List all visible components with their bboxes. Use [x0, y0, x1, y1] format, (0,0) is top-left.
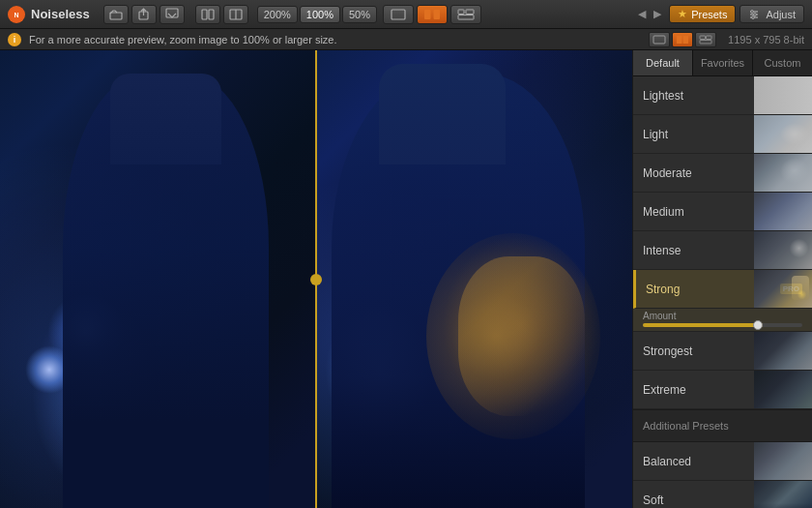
zoom-50-button[interactable]: 50%: [342, 6, 377, 23]
svg-rect-23: [683, 36, 689, 44]
view-controls: [649, 32, 716, 47]
presets-panel-button[interactable]: ★ Presets: [669, 5, 736, 23]
view-ctl-1[interactable]: [649, 32, 670, 47]
amount-slider-fill: [643, 323, 763, 327]
preset-moderate-label: Moderate: [643, 166, 802, 180]
split-button[interactable]: [223, 5, 248, 24]
svg-point-19: [754, 13, 757, 15]
zoom-200-button[interactable]: 200%: [257, 6, 298, 23]
svg-rect-9: [392, 10, 405, 19]
preset-lightest-label: Lightest: [643, 89, 802, 103]
svg-text:N: N: [14, 12, 18, 18]
preset-strong[interactable]: Strong PRO: [633, 270, 812, 309]
preset-lightest[interactable]: Lightest: [633, 76, 812, 115]
tab-favorites[interactable]: Favorites: [693, 50, 753, 75]
nav-back[interactable]: ◀: [638, 8, 646, 20]
zoom-100-button[interactable]: 100%: [300, 6, 340, 23]
app-title: Noiseless: [31, 7, 90, 21]
svg-rect-10: [424, 10, 431, 19]
svg-rect-21: [653, 36, 665, 44]
tab-default[interactable]: Default: [633, 50, 693, 75]
preset-intense-label: Intense: [643, 244, 802, 257]
svg-rect-11: [434, 10, 441, 19]
preset-intense[interactable]: Intense: [633, 231, 812, 270]
preset-soft[interactable]: Soft: [633, 481, 812, 508]
svg-point-20: [752, 15, 755, 18]
main-area: Default Favorites Custom Lightest Light …: [0, 50, 812, 508]
info-icon: i: [8, 33, 21, 46]
preset-soft-label: Soft: [643, 493, 802, 507]
additional-presets-label: Additional Presets: [643, 420, 729, 432]
svg-rect-26: [700, 40, 711, 44]
image-before: [0, 50, 316, 508]
additional-presets-header: Additional Presets: [633, 409, 812, 442]
preset-light-label: Light: [643, 128, 802, 141]
preset-strongest-label: Strongest: [643, 344, 802, 358]
preset-balanced[interactable]: Balanced: [633, 442, 812, 481]
svg-rect-2: [110, 13, 122, 19]
svg-rect-4: [166, 9, 178, 17]
view-split-button[interactable]: [417, 5, 448, 24]
preset-medium-label: Medium: [643, 205, 802, 219]
svg-rect-14: [458, 15, 474, 19]
top-right-buttons: ★ Presets Adjust: [669, 5, 804, 23]
amount-label: Amount: [643, 311, 802, 321]
image-info: 1195 x 795 8-bit: [728, 34, 804, 45]
canvas-area[interactable]: [0, 50, 632, 508]
infobar: i For a more accurate preview, zoom imag…: [0, 29, 812, 50]
adjust-panel-button[interactable]: Adjust: [740, 5, 804, 23]
amount-slider-thumb: [753, 320, 763, 330]
svg-rect-22: [677, 36, 682, 44]
view-ctl-3[interactable]: [695, 32, 716, 47]
view-ctl-2[interactable]: [672, 32, 693, 47]
preset-medium[interactable]: Medium: [633, 193, 812, 231]
tab-custom[interactable]: Custom: [753, 50, 812, 75]
preset-strong-label: Strong: [646, 283, 775, 296]
info-message: For a more accurate preview, zoom image …: [29, 34, 641, 45]
export-button[interactable]: [160, 5, 185, 24]
preset-list: Lightest Light Moderate Medium: [633, 76, 812, 508]
preset-strongest[interactable]: Strongest: [633, 332, 812, 371]
zoom-group: 200% 100% 50%: [257, 6, 377, 23]
preset-balanced-label: Balanced: [643, 455, 802, 468]
compare-button[interactable]: [195, 5, 220, 24]
titlebar: N Noiseless 200% 100%: [0, 0, 812, 29]
amount-slider[interactable]: [643, 323, 802, 327]
view-single-button[interactable]: [383, 5, 414, 24]
preset-moderate[interactable]: Moderate: [633, 154, 812, 193]
view-multi-button[interactable]: [450, 5, 481, 24]
sidebar-tabs: Default Favorites Custom: [633, 50, 812, 76]
open-button[interactable]: [103, 5, 129, 24]
svg-point-18: [751, 10, 754, 13]
svg-rect-12: [458, 10, 464, 15]
preset-light[interactable]: Light: [633, 115, 812, 154]
app-icon: N: [8, 6, 25, 23]
star-icon: ★: [678, 8, 687, 20]
image-after: [316, 50, 632, 508]
nav-forward[interactable]: ▶: [653, 8, 661, 20]
split-handle[interactable]: [310, 274, 322, 285]
amount-row: Amount: [633, 309, 812, 332]
sidebar: Default Favorites Custom Lightest Light …: [632, 50, 812, 508]
svg-rect-6: [209, 10, 214, 19]
svg-rect-13: [466, 10, 474, 15]
share-button[interactable]: [131, 5, 157, 24]
svg-rect-25: [707, 36, 712, 40]
preset-extreme[interactable]: Extreme: [633, 371, 812, 409]
preset-extreme-label: Extreme: [643, 383, 802, 397]
svg-rect-24: [700, 36, 706, 40]
svg-rect-5: [202, 10, 207, 19]
